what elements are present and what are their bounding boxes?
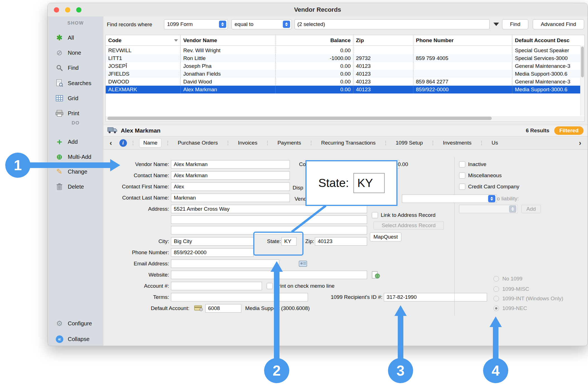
tab-recurring-transactions[interactable]: Recurring Transactions xyxy=(317,138,379,147)
table-horizontal-scrollbar[interactable] xyxy=(106,116,584,121)
miscellaneous-checkbox[interactable] xyxy=(459,172,465,179)
tab-users[interactable]: Us xyxy=(488,138,502,147)
find-button[interactable]: Find xyxy=(502,19,528,29)
column-header-phone[interactable]: Phone Number xyxy=(413,35,512,45)
email-field[interactable] xyxy=(171,260,279,268)
record-detail-header: Alex Markman 6 Results Filtered xyxy=(103,125,587,136)
email-label: Email Address: xyxy=(108,260,169,268)
tab-payments[interactable]: Payments xyxy=(274,138,305,147)
filtered-badge[interactable]: Filtered xyxy=(554,126,584,135)
column-header-zip[interactable]: Zip xyxy=(353,35,413,45)
find-records-label: Find records where xyxy=(107,20,152,29)
radio-1099-int[interactable] xyxy=(493,296,499,301)
sidebar-item-none[interactable]: ⊘ None xyxy=(48,47,103,58)
cell-code: ALEXMARK xyxy=(106,86,180,93)
sidebar-item-print[interactable]: Print xyxy=(48,108,103,119)
sidebar-item-delete[interactable]: Delete xyxy=(48,181,103,192)
address-line1-field[interactable]: 5521 Amber Cross Way xyxy=(171,205,367,213)
vendor-name-field[interactable]: Alex Markman xyxy=(171,160,290,169)
close-button[interactable] xyxy=(54,7,59,13)
accrue-add-button[interactable]: Add xyxy=(521,205,541,213)
sidebar-item-all[interactable]: ✱ All xyxy=(48,32,103,43)
table-vertical-scrollbar[interactable] xyxy=(580,45,584,116)
column-header-vendor-name[interactable]: Vendor Name xyxy=(180,35,275,45)
mapquest-button[interactable]: MapQuest xyxy=(370,232,401,241)
account-card-icon[interactable] xyxy=(194,305,203,313)
column-header-balance[interactable]: Balance xyxy=(275,35,353,45)
screenshot-canvas: Vendor Records SHOW ✱ All ⊘ None Find xyxy=(0,0,588,389)
table-row[interactable]: DWOOD David Wood 0.00 40123 859 864 2277… xyxy=(106,78,584,86)
sidebar-item-multi-add[interactable]: ⊕ Multi-Add xyxy=(48,151,103,162)
contact-name-field[interactable]: Alex Markman xyxy=(171,171,290,180)
results-count: 6 Results xyxy=(526,128,549,134)
sidebar-item-add[interactable]: + Add xyxy=(48,136,103,147)
sidebar-show-header: SHOW xyxy=(48,20,103,26)
sidebar-item-find[interactable]: Find xyxy=(48,62,103,73)
field-value: Alex Markman xyxy=(174,161,208,167)
callout-state-label: State: xyxy=(318,176,349,190)
select-address-record-button[interactable]: Select Address Record xyxy=(373,221,444,230)
radio-1099-nec[interactable] xyxy=(493,306,499,311)
radio-no-1099[interactable] xyxy=(493,276,499,282)
vendor-type-select[interactable] xyxy=(402,194,497,203)
tab-name[interactable]: Name xyxy=(139,138,162,148)
table-row[interactable]: JFIELDS Jonathan Fields 0.00 40123 Media… xyxy=(106,70,584,78)
table-row[interactable]: REVWILL Rev. Will Wright 0.00 Special Gu… xyxy=(106,47,584,54)
city-field[interactable]: Big City xyxy=(171,237,254,246)
radio-1099-misc[interactable] xyxy=(493,286,499,292)
select-chevrons-icon xyxy=(488,195,495,202)
inactive-checkbox[interactable] xyxy=(459,161,465,167)
operator-select[interactable]: equal to xyxy=(232,19,292,29)
link-address-checkbox[interactable] xyxy=(372,212,378,218)
recipient-id-field[interactable]: 317-82-1990 xyxy=(384,293,487,301)
account-number-field[interactable] xyxy=(171,282,262,290)
field-value: 40123 xyxy=(318,238,332,244)
value-dropdown-arrow[interactable] xyxy=(493,23,499,26)
advanced-find-button[interactable]: Advanced Find xyxy=(533,19,584,29)
accrue-liability-select[interactable] xyxy=(459,205,518,213)
tab-1099-setup[interactable]: 1099 Setup xyxy=(392,138,427,147)
tabs-scroll-left-icon[interactable]: ‹ xyxy=(107,139,115,147)
info-icon[interactable]: i xyxy=(119,139,127,147)
column-header-default-account[interactable]: Default Account Desc xyxy=(512,35,585,45)
table-row[interactable]: JOSEPÎ Joseph Pŉa 0.00 40123 General Mai… xyxy=(106,62,584,70)
table-row[interactable]: LITT1 Ron Little -1000.00 29732 859 759 … xyxy=(106,54,584,62)
sidebar-item-grid[interactable]: Grid xyxy=(48,93,103,104)
tab-invoices[interactable]: Invoices xyxy=(234,138,261,147)
tab-purchase-orders[interactable]: Purchase Orders xyxy=(174,138,222,147)
select-address-record-label: Select Address Record xyxy=(382,222,435,229)
sidebar-item-label: None xyxy=(68,50,81,56)
sidebar-item-searches[interactable]: Searches xyxy=(48,78,103,89)
mapquest-label: MapQuest xyxy=(373,234,398,240)
sidebar-item-configure[interactable]: ⚙ Configure xyxy=(48,318,103,329)
website-field[interactable] xyxy=(171,271,367,279)
column-label: Code xyxy=(108,37,122,44)
form-divider xyxy=(454,157,455,315)
tab-investments[interactable]: Investments xyxy=(439,138,475,147)
column-header-code[interactable]: Code xyxy=(106,35,180,45)
field-select[interactable]: 1099 Form xyxy=(164,19,228,29)
step-4-arrowhead-icon xyxy=(490,316,502,327)
sidebar-item-collapse[interactable]: « Collapse xyxy=(48,333,103,345)
contact-last-name-field[interactable]: Markman xyxy=(171,194,290,202)
credit-card-company-checkbox[interactable] xyxy=(459,184,465,190)
address-line2-field[interactable] xyxy=(171,215,367,224)
website-globe-icon[interactable] xyxy=(372,271,380,280)
cell-zip xyxy=(353,47,413,54)
zip-field[interactable]: 40123 xyxy=(315,237,367,246)
scrollbar-thumb[interactable] xyxy=(107,117,492,120)
phone-field[interactable]: 859/922-0000 xyxy=(171,248,254,257)
contact-first-name-field[interactable]: Alex xyxy=(171,183,290,191)
field-value: 859/922-0000 xyxy=(174,249,206,256)
print-memo-checkbox[interactable] xyxy=(267,283,273,289)
default-account-field[interactable]: 6008 xyxy=(205,304,241,313)
terms-field[interactable] xyxy=(171,293,308,301)
cell-zip: 40123 xyxy=(353,62,413,70)
email-contact-icon[interactable] xyxy=(299,260,307,268)
minimize-button[interactable] xyxy=(65,7,70,13)
table-row-selected[interactable]: ALEXMARK Alex Markman 0.00 40123 859/922… xyxy=(106,86,584,93)
zoom-button[interactable] xyxy=(76,7,81,13)
sidebar: SHOW ✱ All ⊘ None Find Searches xyxy=(48,16,104,346)
find-value-input[interactable]: (2 selected) xyxy=(295,19,490,29)
tabs-scroll-right-icon[interactable]: › xyxy=(576,139,584,147)
